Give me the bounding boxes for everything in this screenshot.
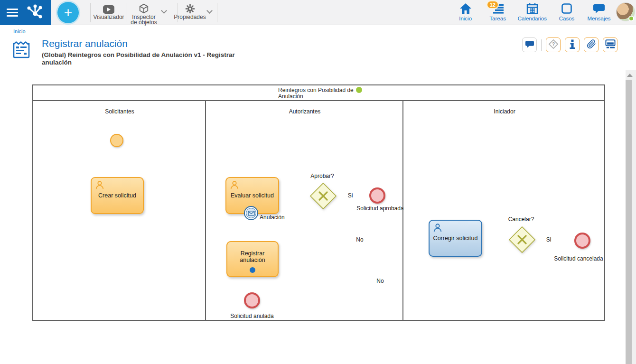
attachment-icon: [587, 39, 596, 51]
tareas-badge: 12: [486, 0, 499, 9]
info-icon: [569, 39, 576, 51]
lane-label-autorizantes: Autorizantes: [289, 108, 321, 115]
task-registrar-anulacion[interactable]: Registrar anulación: [226, 241, 279, 277]
active-task-dot: [250, 267, 255, 273]
home-icon: [453, 2, 478, 15]
top-bar: + Visualizador Inspector de objetos: [0, 0, 636, 25]
task-label: Evaluar solicitud: [231, 192, 274, 199]
comment-button[interactable]: [522, 37, 537, 52]
app-window: + Visualizador Inspector de objetos: [0, 0, 636, 364]
nav-tareas-label: Tareas: [486, 16, 510, 21]
help-button[interactable]: ?: [546, 37, 561, 52]
toolbar-separator: [90, 3, 91, 22]
flow-label-no: No: [375, 278, 385, 284]
process-status-dot: [356, 87, 362, 93]
svg-text:?: ?: [552, 41, 554, 47]
menu-icon[interactable]: [7, 9, 18, 17]
vertical-scrollbar[interactable]: [626, 70, 636, 364]
toolbar-visualizador[interactable]: Visualizador: [93, 2, 124, 20]
scrollbar-thumb[interactable]: [626, 80, 632, 364]
flow-label-no: No: [355, 236, 365, 243]
nav-tareas[interactable]: 12 Tareas: [486, 2, 510, 21]
gateway-aprobar-label: Aprobar?: [310, 173, 334, 179]
gateway-cancelar-label: Cancelar?: [508, 216, 534, 223]
flow-label-si: Si: [346, 192, 355, 199]
pool-header: Reintegros con Posibilidad de Anulación: [33, 85, 604, 101]
pool-title-line2: Anulación: [278, 93, 303, 100]
end-cancelada-label: Solicitud cancelada: [554, 255, 603, 262]
end-event-cancelada[interactable]: [574, 233, 590, 249]
process-form-icon: [12, 40, 31, 61]
gateway-aprobar[interactable]: [309, 182, 337, 212]
start-event[interactable]: [110, 134, 123, 147]
task-label: Crear solicitud: [98, 192, 136, 199]
task-crear-solicitud[interactable]: Crear solicitud: [91, 177, 144, 214]
nav-calendarios[interactable]: Calendarios: [518, 2, 547, 21]
attachments-button[interactable]: [584, 37, 599, 52]
pool-title: Reintegros con Posibilidad de Anulación: [278, 87, 362, 100]
info-button[interactable]: [565, 37, 580, 52]
header-actions-separator: [541, 39, 542, 51]
end-anulada-label: Solicitud anulada: [230, 313, 273, 319]
cube-icon: [129, 2, 159, 14]
boundary-event-label: Anulación: [260, 214, 285, 221]
toolbar-separator: [217, 3, 217, 22]
message-event-inner-circle: [246, 208, 256, 218]
page-subtitle: (Global) Reintegros con Posibilidad de A…: [42, 51, 241, 66]
chevron-down-icon[interactable]: [161, 8, 167, 14]
task-label: Registrar anulación: [236, 250, 269, 263]
calendar-icon: [518, 2, 547, 15]
breadcrumb[interactable]: Inicio: [13, 28, 26, 34]
nav-calendarios-label: Calendarios: [518, 16, 547, 21]
user-task-icon: [432, 223, 443, 234]
end-event-anulada[interactable]: [244, 292, 260, 308]
gateway-cancelar[interactable]: [508, 226, 536, 255]
toolbar-inspector-label: Inspector de objetos: [129, 15, 159, 25]
flow-label-si: Si: [545, 236, 553, 243]
nav-mensajes[interactable]: Mensajes: [587, 2, 611, 21]
comment-icon: [525, 40, 534, 50]
user-task-icon: [94, 180, 105, 192]
monitor-icon: [605, 39, 616, 51]
nav-mensajes-label: Mensajes: [587, 16, 611, 21]
lane-divider: [205, 101, 206, 321]
toolbar-inspector[interactable]: Inspector de objetos: [129, 2, 159, 25]
envelope-icon: [248, 211, 255, 216]
cases-icon: [554, 2, 579, 15]
gear-icon: [171, 2, 209, 14]
toolbar-separator: [127, 3, 127, 22]
header-actions: ?: [522, 37, 617, 52]
nav-inicio[interactable]: Inicio: [453, 2, 478, 21]
end-event-aprobada[interactable]: [369, 187, 385, 204]
brand-box: [0, 0, 51, 25]
page-title: Registrar anulación: [42, 38, 128, 49]
toolbar-propiedades[interactable]: Propiedades: [171, 2, 209, 20]
main-nav: Inicio 12 Tareas: [453, 2, 611, 21]
toolbar-visualizador-label: Visualizador: [93, 15, 124, 20]
task-corregir-solicitud[interactable]: Corregir solicitud: [429, 220, 482, 257]
lane-label-solicitantes: Solicitantes: [105, 108, 134, 115]
nav-casos-label: Casos: [554, 16, 579, 21]
scroll-up-arrow-icon[interactable]: [627, 74, 633, 77]
player-icon: [93, 2, 124, 14]
nav-inicio-label: Inicio: [453, 16, 478, 21]
end-aprobada-label: Solicitud aprobada: [356, 205, 403, 212]
toolbar-propiedades-label: Propiedades: [171, 15, 209, 20]
chat-icon: [587, 2, 611, 15]
app-logo-icon[interactable]: [26, 3, 45, 22]
pool-title-line1: Reintegros con Posibilidad de: [278, 87, 354, 93]
nav-casos[interactable]: Casos: [554, 2, 579, 21]
help-diamond-icon: ?: [548, 39, 559, 51]
online-status-dot: [628, 16, 634, 21]
create-new-button[interactable]: +: [57, 2, 79, 23]
task-label: Corregir solicitud: [433, 235, 478, 242]
boundary-message-event[interactable]: [244, 206, 258, 220]
display-button[interactable]: [603, 37, 617, 52]
lane-label-iniciador: Iniciador: [494, 108, 515, 115]
user-task-icon: [229, 180, 240, 192]
